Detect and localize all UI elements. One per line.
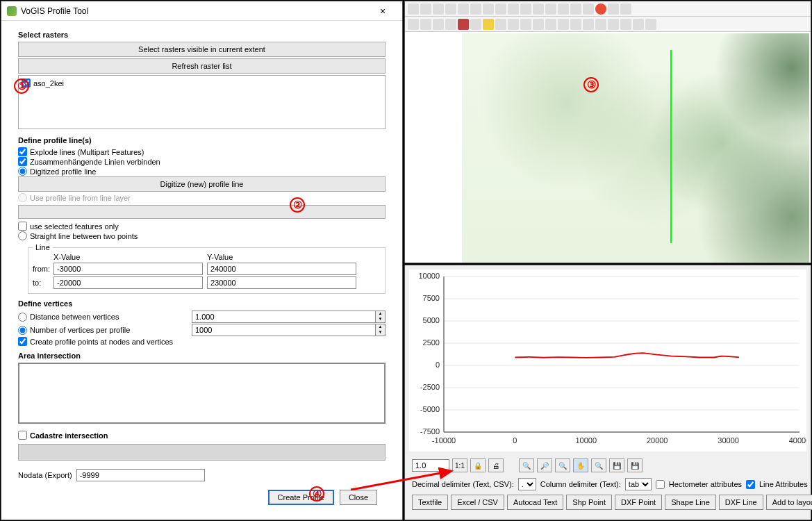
save-all-icon[interactable]: 💾 xyxy=(627,458,643,472)
dist-between-radio[interactable] xyxy=(18,313,27,322)
tool-icon[interactable] xyxy=(558,3,569,15)
tool-icon[interactable] xyxy=(420,19,431,30)
tool-icon[interactable] xyxy=(545,3,556,15)
tool-icon[interactable] xyxy=(445,3,456,15)
shapeline-button[interactable]: Shape Line xyxy=(665,495,716,510)
raster-item[interactable]: aso_2kei xyxy=(22,78,382,88)
trash-icon[interactable] xyxy=(583,19,594,30)
tool-icon[interactable] xyxy=(420,3,431,15)
autocad-button[interactable]: Autocad Text xyxy=(507,495,563,510)
create-points-row[interactable]: Create profile points at nodes and verti… xyxy=(18,337,386,346)
tool-icon[interactable] xyxy=(470,3,481,15)
undo-icon[interactable] xyxy=(633,19,644,30)
zoom-layer-icon[interactable]: 🔍 xyxy=(555,458,570,472)
tool-icon[interactable] xyxy=(620,3,631,15)
print-icon[interactable]: 🖨 xyxy=(488,458,504,472)
straight-radio[interactable] xyxy=(18,231,27,240)
explode-lines-row[interactable]: Explode lines (Multipart Features) xyxy=(18,147,386,156)
digitized-radio[interactable] xyxy=(18,167,27,176)
refresh-raster-list-button[interactable]: Refresh raster list xyxy=(18,58,386,74)
sigma-icon[interactable] xyxy=(458,19,469,30)
straight-radio-row[interactable]: Straight line between two points xyxy=(18,231,386,240)
tool-icon[interactable] xyxy=(458,3,469,15)
identify-icon[interactable]: 🔍 xyxy=(591,458,606,472)
hecto-checkbox[interactable] xyxy=(656,480,665,489)
selected-only-checkbox[interactable] xyxy=(18,222,27,231)
save-icon[interactable] xyxy=(545,19,556,30)
tool-icon[interactable] xyxy=(408,3,419,15)
redo-icon[interactable] xyxy=(645,19,656,30)
cut-icon[interactable] xyxy=(595,19,606,30)
select-visible-rasters-button[interactable]: Select rasters visible in current extent xyxy=(18,42,386,57)
tool-icon[interactable] xyxy=(533,19,544,30)
profile-chart[interactable]: -7500-5000-2500025005000750010000-100000… xyxy=(409,270,806,452)
pencil-icon[interactable] xyxy=(520,19,531,30)
tool-icon[interactable] xyxy=(483,3,494,15)
raster-list[interactable]: aso_2kei xyxy=(18,75,386,129)
tool-icon[interactable] xyxy=(570,19,581,30)
textfile-button[interactable]: Textfile xyxy=(412,495,448,510)
tool-icon[interactable] xyxy=(433,19,444,30)
zoom-icon[interactable]: 🔍 xyxy=(519,458,534,472)
dist-between-row[interactable]: Distance between vertices xyxy=(18,313,192,322)
lock-icon[interactable]: 🔒 xyxy=(470,458,486,472)
area-intersection-box[interactable] xyxy=(18,363,386,424)
record-icon[interactable] xyxy=(595,3,606,15)
cadastre-checkbox[interactable] xyxy=(18,431,27,440)
to-x-input[interactable] xyxy=(53,276,203,289)
up-icon[interactable]: ▲ xyxy=(376,324,385,330)
excel-button[interactable]: Excel / CSV xyxy=(451,495,504,510)
selected-only-row[interactable]: use selected features only xyxy=(18,222,386,231)
zoom-extent-icon[interactable]: 🔎 xyxy=(537,458,552,472)
tool-icon[interactable] xyxy=(433,3,444,15)
column-select[interactable]: tab xyxy=(625,478,652,490)
tool-icon[interactable] xyxy=(508,19,519,30)
tool-icon[interactable] xyxy=(408,19,419,30)
create-points-checkbox[interactable] xyxy=(18,337,27,346)
connect-lines-checkbox[interactable] xyxy=(18,157,27,166)
down-icon[interactable]: ▼ xyxy=(376,330,385,336)
paste-icon[interactable] xyxy=(620,19,631,30)
dxfline-button[interactable]: DXF Line xyxy=(719,495,763,510)
from-x-input[interactable] xyxy=(53,263,203,275)
cadastre-dropdown[interactable] xyxy=(18,444,386,461)
connect-lines-row[interactable]: Zusammenhängende Linien verbinden xyxy=(18,157,386,166)
nodata-input[interactable] xyxy=(76,469,205,481)
tool-icon[interactable] xyxy=(520,3,531,15)
addlayout-button[interactable]: Add to layout xyxy=(766,495,812,510)
tool-icon[interactable] xyxy=(445,19,456,30)
dxfpoint-button[interactable]: DXF Point xyxy=(615,495,662,510)
save-disk-icon[interactable]: 💾 xyxy=(609,458,624,472)
tool-icon[interactable] xyxy=(470,19,481,30)
close-icon[interactable]: × xyxy=(369,6,397,17)
tool-icon[interactable] xyxy=(533,3,544,15)
layer-dropdown[interactable] xyxy=(18,205,386,219)
dist-input[interactable] xyxy=(192,311,375,322)
up-icon[interactable]: ▲ xyxy=(376,311,385,317)
note-icon[interactable] xyxy=(483,19,494,30)
decimal-select[interactable]: . xyxy=(518,478,536,490)
digitized-radio-row[interactable]: Digitized profile line xyxy=(18,167,386,176)
map-canvas[interactable] xyxy=(462,33,809,263)
digitize-new-line-button[interactable]: Digitize (new) profile line xyxy=(18,176,386,192)
num-spinner[interactable]: ▲▼ xyxy=(192,324,386,336)
line-attr-checkbox[interactable] xyxy=(746,480,755,489)
num-input[interactable] xyxy=(192,324,375,336)
tool-icon[interactable] xyxy=(583,3,594,15)
tool-icon[interactable] xyxy=(570,3,581,15)
num-vertices-radio[interactable] xyxy=(18,326,27,335)
tool-icon[interactable] xyxy=(495,3,506,15)
from-y-input[interactable] xyxy=(207,263,356,275)
tool-icon[interactable] xyxy=(495,19,506,30)
pan-icon[interactable]: ✋ xyxy=(573,458,588,472)
explode-lines-checkbox[interactable] xyxy=(18,147,27,156)
shppoint-button[interactable]: Shp Point xyxy=(566,495,612,510)
tool-icon[interactable] xyxy=(608,3,619,15)
cadastre-row[interactable]: Cadastre intersection xyxy=(18,431,386,440)
tool-ictd[interactable] xyxy=(508,3,519,15)
tool-icon[interactable] xyxy=(558,19,569,30)
num-vertices-row[interactable]: Number of vertices per profile xyxy=(18,326,192,335)
dist-spinner[interactable]: ▲▼ xyxy=(192,311,386,323)
to-y-input[interactable] xyxy=(207,276,356,289)
down-icon[interactable]: ▼ xyxy=(376,317,385,322)
